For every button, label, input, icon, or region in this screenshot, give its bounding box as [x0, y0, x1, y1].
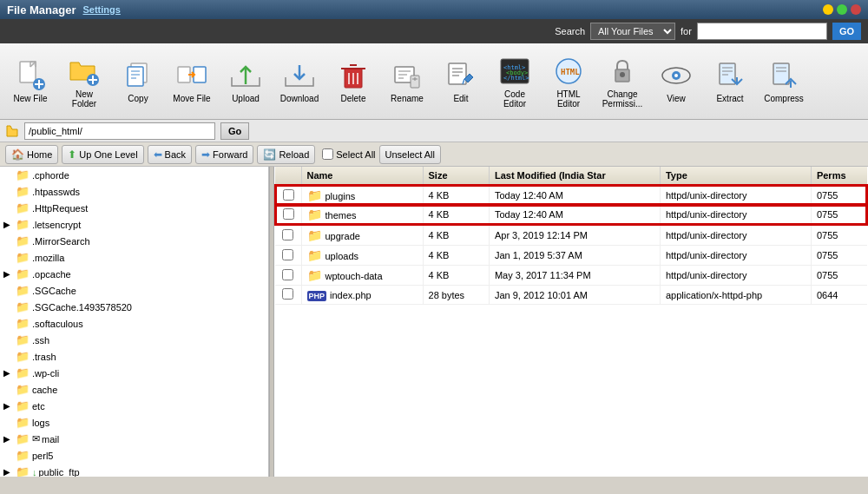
folder-icon-mail: 📁 — [16, 432, 30, 445]
download-icon — [283, 59, 316, 92]
row-checkbox[interactable] — [282, 288, 293, 300]
copy-button[interactable]: Copy — [113, 48, 163, 115]
sidebar-item-opcache[interactable]: ▶ 📁 .opcache — [0, 266, 268, 282]
new-folder-button[interactable]: NewFolder — [59, 48, 109, 115]
col-checkbox[interactable] — [275, 167, 301, 185]
sidebar-item-perl5[interactable]: 📁 perl5 — [0, 447, 268, 464]
toggle-mail[interactable]: ▶ — [3, 434, 16, 444]
sidebar-item-trash[interactable]: 📁 .trash — [0, 348, 268, 365]
home-button[interactable]: 🏠 Home — [5, 145, 58, 164]
sidebar-item-ssh[interactable]: 📁 .ssh — [0, 332, 268, 348]
sidebar-item-cphorde[interactable]: 📁 .cphorde — [0, 167, 268, 183]
edit-button[interactable]: Edit — [436, 48, 486, 115]
svg-rect-53 — [773, 63, 789, 84]
view-button[interactable]: View — [651, 48, 701, 115]
path-go-button[interactable]: Go — [220, 122, 249, 140]
file-name-cell[interactable]: 📁plugins — [301, 185, 423, 205]
table-row[interactable]: PHPindex.php28 bytesJan 9, 2012 10:01 AM… — [275, 286, 867, 305]
file-name-cell[interactable]: 📁uploads — [301, 246, 423, 266]
table-row[interactable]: 📁upgrade4 KBApr 3, 2019 12:14 PMhttpd/un… — [275, 225, 867, 246]
up-one-level-button[interactable]: ⬆ Up One Level — [62, 145, 143, 164]
delete-icon — [337, 59, 370, 92]
path-input[interactable] — [24, 122, 215, 140]
table-row[interactable]: 📁themes4 KBToday 12:40 AMhttpd/unix-dire… — [275, 205, 867, 225]
row-checkbox[interactable] — [283, 189, 294, 201]
sidebar-item-logs[interactable]: 📁 logs — [0, 414, 268, 431]
move-file-button[interactable]: Move File — [167, 48, 217, 115]
minimize-button[interactable] — [823, 4, 833, 15]
toggle-opcache[interactable]: ▶ — [3, 269, 16, 279]
code-editor-button[interactable]: <html> <body> </html> CodeEditor — [490, 48, 540, 115]
maximize-button[interactable] — [837, 4, 847, 15]
col-name[interactable]: Name — [301, 167, 423, 185]
change-perms-button[interactable]: ChangePermissi... — [597, 48, 648, 115]
upload-button[interactable]: Upload — [220, 48, 271, 115]
sidebar-item-letsencrypt[interactable]: ▶ 📁 .letsencrypt — [0, 216, 268, 233]
svg-point-47 — [674, 74, 678, 77]
col-type[interactable]: Type — [660, 167, 811, 185]
sidebar-item-mail[interactable]: ▶ 📁 ✉ mail — [0, 431, 268, 447]
file-name-cell[interactable]: 📁themes — [301, 205, 423, 225]
select-all-checkbox[interactable] — [322, 148, 333, 160]
compress-button[interactable]: Compress — [759, 48, 809, 115]
file-name-label: plugins — [326, 191, 356, 201]
toggle-wpcli[interactable]: ▶ — [3, 368, 16, 378]
row-checkbox[interactable] — [283, 208, 294, 220]
sidebar-item-httprequest[interactable]: 📁 .HttpRequest — [0, 200, 268, 216]
row-checkbox[interactable] — [282, 249, 293, 260]
col-modified[interactable]: Last Modified (India Star — [489, 167, 660, 185]
table-row[interactable]: 📁uploads4 KBJan 1, 2019 5:37 AMhttpd/uni… — [275, 246, 867, 266]
mail-special-icon: ✉ — [32, 433, 40, 445]
folder-icon-softaculous: 📁 — [16, 317, 30, 330]
extract-button[interactable]: Extract — [705, 48, 755, 115]
sidebar-item-mirrorsearch[interactable]: 📁 .MirrorSearch — [0, 233, 268, 249]
close-button[interactable] — [851, 4, 861, 15]
reload-button[interactable]: 🔄 Reload — [257, 145, 315, 164]
toggle-etc[interactable]: ▶ — [3, 401, 16, 411]
sidebar-item-wpcli[interactable]: ▶ 📁 .wp-cli — [0, 365, 268, 381]
file-modified-cell: May 3, 2017 11:34 PM — [489, 266, 660, 286]
sidebar-item-sgcache[interactable]: 📁 .SGCache — [0, 282, 268, 299]
download-button[interactable]: Download — [274, 48, 325, 115]
sidebar-item-public-ftp[interactable]: ▶ 📁 ↓ public_ftp — [0, 464, 268, 477]
table-row[interactable]: 📁wptouch-data4 KBMay 3, 2017 11:34 PMhtt… — [275, 266, 867, 286]
new-folder-icon — [68, 55, 101, 88]
col-perms[interactable]: Perms — [811, 167, 867, 185]
file-modified-cell: Apr 3, 2019 12:14 PM — [489, 225, 660, 246]
select-all-container[interactable]: Select All — [322, 148, 375, 160]
sidebar-item-htpasswds[interactable]: 📁 .htpasswds — [0, 183, 268, 200]
settings-menu[interactable]: Settings — [82, 4, 120, 15]
toggle-letsencrypt[interactable]: ▶ — [3, 220, 16, 229]
delete-button[interactable]: Delete — [328, 48, 378, 115]
upload-label: Upload — [232, 94, 260, 103]
back-button[interactable]: ⬅ Back — [148, 145, 192, 164]
row-checkbox[interactable] — [282, 229, 293, 240]
toggle-public-ftp[interactable]: ▶ — [3, 467, 16, 477]
html-editor-button[interactable]: HTML HTMLEditor — [543, 48, 594, 115]
extract-label: Extract — [716, 94, 743, 103]
new-file-button[interactable]: New File — [5, 48, 56, 115]
rename-button[interactable]: Rename — [382, 48, 432, 115]
file-name-cell[interactable]: PHPindex.php — [301, 286, 423, 305]
file-icon: PHP — [307, 290, 327, 300]
new-file-icon — [14, 59, 47, 92]
forward-button[interactable]: ➡ Forward — [195, 145, 253, 164]
search-input[interactable] — [697, 23, 827, 40]
sidebar-item-sgcache1493[interactable]: 📁 .SGCache.1493578520 — [0, 299, 268, 315]
sidebar-item-softaculous[interactable]: 📁 .softaculous — [0, 315, 268, 332]
forward-label: Forward — [213, 149, 247, 160]
file-name-cell[interactable]: 📁upgrade — [301, 225, 423, 246]
row-checkbox[interactable] — [282, 269, 293, 280]
search-scope-select[interactable]: All Your Files This Directory — [590, 23, 675, 40]
unselect-all-button[interactable]: Unselect All — [379, 145, 441, 164]
path-bar: Go — [0, 120, 868, 142]
sidebar-item-mozilla[interactable]: 📁 .mozilla — [0, 249, 268, 266]
col-size[interactable]: Size — [423, 167, 489, 185]
file-name-cell[interactable]: 📁wptouch-data — [301, 266, 423, 286]
folder-icon-mirrorsearch: 📁 — [16, 234, 30, 247]
sidebar-item-etc[interactable]: ▶ 📁 etc — [0, 398, 268, 414]
table-row[interactable]: 📁plugins4 KBToday 12:40 AMhttpd/unix-dir… — [275, 185, 867, 205]
search-go-button[interactable]: GO — [832, 23, 861, 40]
sidebar-item-cache[interactable]: 📁 cache — [0, 381, 268, 398]
file-type-cell: application/x-httpd-php — [660, 286, 811, 305]
